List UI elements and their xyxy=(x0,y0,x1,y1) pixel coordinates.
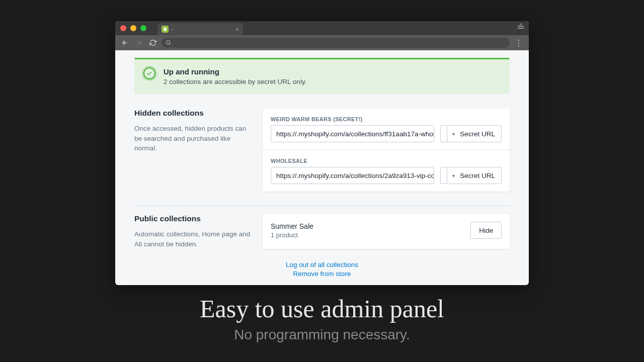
shopify-favicon-icon xyxy=(162,26,169,33)
chevron-down-icon: ▾ xyxy=(447,167,456,184)
hide-button[interactable]: Hide xyxy=(470,222,502,239)
marketing-subheadline: No programming necessary. xyxy=(0,327,644,343)
address-bar[interactable] xyxy=(162,38,510,48)
chevron-down-icon: ▾ xyxy=(447,126,456,142)
collection-item: WHOLESALE https:// .myshopify.com/a/coll… xyxy=(263,150,510,192)
public-collections-section: Public collections Automatic collections… xyxy=(134,206,510,249)
tab-close-icon[interactable]: × xyxy=(235,26,239,33)
tab-title: - xyxy=(172,26,235,32)
reload-button[interactable] xyxy=(147,37,158,48)
footer-links: Log out of all collections Remove from s… xyxy=(134,261,510,278)
collection-meta: 1 product xyxy=(271,231,313,239)
secret-url-dropdown[interactable]: ▾ Secret URL xyxy=(440,125,502,142)
dropdown-label: Secret URL xyxy=(460,130,495,138)
secret-url-input[interactable]: https:// .myshopify.com/a/collections/ff… xyxy=(271,125,434,142)
window-menu-icon[interactable] xyxy=(518,24,524,29)
section-title: Public collections xyxy=(134,214,253,223)
page-content: Up and running 2 collections are accessi… xyxy=(115,50,529,285)
logout-link[interactable]: Log out of all collections xyxy=(134,261,510,268)
close-window-icon[interactable] xyxy=(120,25,126,31)
svg-point-0 xyxy=(166,40,170,44)
secret-url-input[interactable]: https:// .myshopify.com/a/collections/2a… xyxy=(271,167,434,184)
marketing-headline: Easy to use admin panel xyxy=(0,294,644,323)
secret-url-dropdown[interactable]: ▾ Secret URL xyxy=(440,167,502,184)
public-collection-item: Summer Sale 1 product Hide xyxy=(263,214,510,246)
dropdown-label: Secret URL xyxy=(460,172,495,179)
titlebar: - × xyxy=(115,21,529,35)
url-path: .myshopify.com/a/collections/2a9za913-vi… xyxy=(297,172,435,179)
remove-link[interactable]: Remove from store xyxy=(134,270,510,278)
section-title: Hidden collections xyxy=(134,109,253,118)
url-prefix: https:// xyxy=(276,172,297,179)
section-description: Once accessed, hidden products can be se… xyxy=(134,124,253,153)
forward-button[interactable] xyxy=(133,37,144,48)
traffic-lights xyxy=(120,25,146,31)
minimize-window-icon[interactable] xyxy=(130,25,136,31)
browser-tab[interactable]: - × xyxy=(157,23,243,35)
section-description: Automatic collections, Home page and All… xyxy=(134,229,253,249)
hidden-collections-section: Hidden collections Once accessed, hidden… xyxy=(134,109,510,192)
url-path: .myshopify.com/a/collections/ff31aab17a-… xyxy=(297,130,435,138)
browser-toolbar: ⋮ xyxy=(115,35,529,50)
hidden-collections-card: WEIRD WARM BEARS (SECRET!) https:// .mys… xyxy=(263,109,510,192)
check-circle-icon xyxy=(143,67,155,79)
collection-name: Summer Sale xyxy=(271,222,313,230)
public-collections-card: Summer Sale 1 product Hide xyxy=(263,214,510,249)
banner-description: 2 collections are accessible by secret U… xyxy=(164,78,306,85)
browser-menu-button[interactable]: ⋮ xyxy=(513,38,525,48)
back-button[interactable] xyxy=(119,37,130,48)
banner-title: Up and running xyxy=(164,67,306,76)
collection-label: WEIRD WARM BEARS (SECRET!) xyxy=(271,116,502,122)
collection-item: WEIRD WARM BEARS (SECRET!) https:// .mys… xyxy=(263,109,510,150)
browser-window: - × ⋮ Up and running xyxy=(115,21,529,285)
url-prefix: https:// xyxy=(276,130,297,138)
status-banner: Up and running 2 collections are accessi… xyxy=(134,58,510,94)
maximize-window-icon[interactable] xyxy=(140,25,146,31)
collection-label: WHOLESALE xyxy=(271,158,502,164)
search-icon xyxy=(166,40,171,46)
